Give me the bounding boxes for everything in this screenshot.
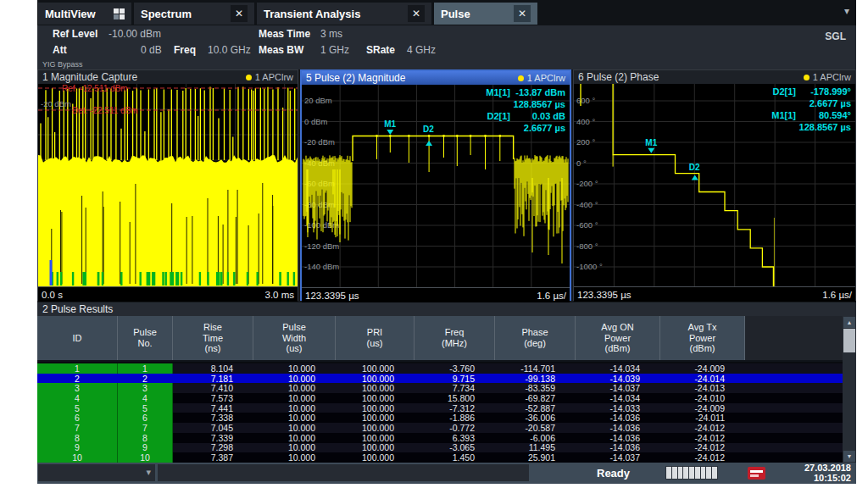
cell: 11.495	[495, 442, 576, 452]
table-row-5[interactable]: 557.44110.000100.000-7.312-52.887-14.033…	[37, 403, 843, 413]
table-row-4[interactable]: 447.57310.000100.00015.800-69.827-14.034…	[37, 393, 843, 403]
cell: -14.034	[576, 393, 660, 403]
chart-5[interactable]: 20 dBm0 dBm-20 dBm-40 dBm-60 dBm-80 dBm-…	[302, 85, 570, 287]
y-tick-label: -20 dBm	[304, 137, 335, 147]
scroll-up-icon[interactable]: ▲	[843, 317, 855, 328]
column-header-id: ID	[37, 316, 118, 360]
setting-value[interactable]: -10.00 dBm	[108, 28, 161, 40]
tab-bar: ▾ MultiViewSpectrum✕Transient Analysis✕P…	[37, 0, 856, 25]
panel-5-pulse-2-magnitude[interactable]: 5 Pulse (2) Magnitude1 APClrw20 dBm0 dBm…	[300, 69, 571, 301]
marker-time: 2.6677 µs	[810, 98, 851, 108]
tab-overflow-arrow-icon[interactable]: ▾	[844, 5, 849, 17]
cell: 100.000	[336, 374, 415, 384]
cell: 9	[118, 443, 173, 453]
cell: 6.393	[415, 433, 495, 443]
cell: 7.298	[173, 442, 253, 452]
tab-multiview[interactable]: MultiView	[38, 3, 131, 25]
cell: -114.701	[495, 363, 576, 374]
close-icon[interactable]: ✕	[231, 5, 248, 22]
progress-segment	[666, 467, 671, 479]
table-header: IDPulse No.Rise Time (ns)Pulse Width (us…	[37, 316, 843, 362]
panel-title-bar[interactable]: 5 Pulse (2) Magnitude1 APClrw	[302, 71, 570, 85]
panel-title: 1 Magnitude Capture	[42, 71, 246, 83]
sequencer-dropdown[interactable]: ▾	[38, 464, 155, 481]
scrollbar-thumb[interactable]	[843, 329, 855, 352]
setting-value[interactable]: 4 GHz	[407, 44, 436, 56]
progress-segment	[678, 467, 683, 479]
header-filler	[745, 316, 843, 360]
cell: -24.010	[660, 393, 745, 403]
tab-pulse[interactable]: Pulse✕	[434, 3, 537, 25]
column-header-pulse: Pulse Width (us)	[253, 316, 336, 360]
progress-segment	[683, 467, 688, 479]
setting-label: Meas BW	[259, 44, 303, 56]
cell: 1.450	[415, 452, 495, 463]
cell: 10.000	[253, 383, 336, 393]
cell: 10.000	[253, 403, 336, 413]
table-row-10[interactable]: 10107.38710.000100.0001.45025.901-14.037…	[37, 452, 843, 463]
cell: 5	[118, 403, 173, 413]
column-header-avg-on: Avg ON Power (dBm)	[576, 316, 660, 360]
cell: 10.000	[253, 413, 336, 423]
cell: 100.000	[336, 383, 415, 393]
table-row-7[interactable]: 777.04510.000100.000-0.772-20.587-14.036…	[37, 423, 843, 433]
progress-segment	[712, 467, 717, 479]
cell: -52.887	[495, 403, 576, 413]
cell: 8	[37, 433, 118, 443]
cell: 4	[37, 393, 118, 403]
y-tick-label: 400 °	[576, 117, 595, 126]
tab-transient-analysis[interactable]: Transient Analysis✕	[257, 3, 431, 25]
cell: 10.000	[253, 393, 336, 403]
setting-value[interactable]: 1 GHz	[320, 44, 349, 56]
cell: 10	[118, 452, 173, 463]
cell: -14.034	[576, 363, 660, 374]
cell: 10.000	[253, 374, 336, 384]
progress-segment	[701, 467, 706, 479]
setting-value[interactable]: 3 ms	[320, 28, 342, 40]
marker-m1-label: M1	[384, 119, 396, 129]
cell: 7	[37, 423, 118, 433]
progress-segment	[706, 467, 711, 479]
panel-1-magnitude-capture[interactable]: 1 Magnitude Capture1 APClrwRef. -12.511 …	[37, 69, 298, 301]
column-header-pulse: Pulse No.	[118, 316, 173, 360]
y-tick-label: 0 °	[576, 158, 587, 168]
table-row-6[interactable]: 667.33810.000100.000-1.886-36.006-14.036…	[37, 413, 843, 423]
x-axis-strip: 123.3395 µs1.6 µs/	[302, 287, 570, 302]
table-row-3[interactable]: 337.41010.000100.0007.734-83.359-14.037-…	[37, 383, 843, 393]
scroll-down-icon[interactable]: ▼	[843, 451, 855, 462]
marker-time: 128.8567 µs	[514, 99, 565, 109]
tab-label: Pulse	[441, 8, 507, 20]
cell: -24.012	[660, 442, 745, 452]
table-row-1[interactable]: 118.10410.000100.000-3.760-114.701-14.03…	[37, 363, 843, 374]
cell: 7.410	[173, 383, 253, 393]
setting-value[interactable]: 10.0 GHz	[208, 44, 251, 56]
close-icon[interactable]: ✕	[514, 5, 531, 22]
panel-title: 5 Pulse (2) Magnitude	[306, 72, 518, 84]
setting-value[interactable]: 0 dB	[141, 44, 162, 56]
table-scrollbar[interactable]: ▲ ▼	[843, 316, 856, 463]
marker-d2-label: D2	[689, 163, 700, 172]
cell: -14.039	[576, 374, 660, 384]
chart-6[interactable]: 600 °400 °200 °0 °-200 °-400 °-600 °-800…	[574, 84, 855, 286]
table-row-9[interactable]: 997.29810.000100.000-3.06511.495-14.036-…	[37, 443, 843, 453]
cell: -83.359	[495, 383, 576, 393]
close-icon[interactable]: ✕	[408, 5, 425, 22]
panel-title-bar[interactable]: 1 Magnitude Capture1 APClrw	[38, 70, 298, 84]
x-axis-strip: 0.0 s3.0 ms	[38, 286, 298, 302]
x-axis-start: 123.3395 µs	[305, 291, 359, 301]
cell: 9.715	[415, 374, 495, 384]
marker-value: -13.87 dBm	[515, 87, 565, 97]
panel-6-pulse-2-phase[interactable]: 6 Pulse (2) Phase1 APClrw600 °400 °200 °…	[573, 69, 856, 301]
cell: -20.587	[495, 423, 576, 433]
tab-label: Transient Analysis	[264, 8, 401, 20]
table-row-8[interactable]: 887.33910.000100.0006.393-6.006-14.036-2…	[37, 433, 843, 443]
cell: 25.901	[495, 452, 576, 463]
chart-1[interactable]: Ref. -12.511 dBmDet. -22.511 dBm-20 dBm	[38, 84, 298, 286]
tab-spectrum[interactable]: Spectrum✕	[134, 3, 254, 25]
panel-title-bar[interactable]: 6 Pulse (2) Phase1 APClrw	[574, 70, 855, 84]
cell: 7.573	[173, 393, 253, 403]
table-row-2[interactable]: 227.18110.000100.0009.715-99.138-14.039-…	[37, 374, 843, 384]
x-axis-strip: 123.3395 µs1.6 µs/	[574, 286, 855, 302]
y-tick-label: -140 dBm	[304, 262, 339, 271]
table-body: 118.10410.000100.000-3.760-114.701-14.03…	[37, 363, 843, 463]
